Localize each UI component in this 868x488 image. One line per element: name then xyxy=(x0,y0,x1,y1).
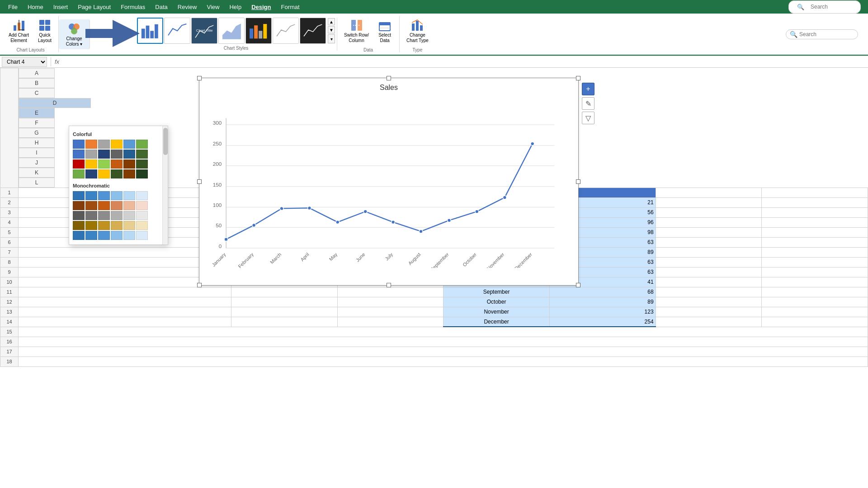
color-swatch[interactable] xyxy=(111,140,123,149)
color-swatch[interactable] xyxy=(98,231,110,240)
color-swatch[interactable] xyxy=(73,140,85,149)
color-swatch[interactable] xyxy=(85,201,97,210)
col-header-H[interactable]: H xyxy=(19,138,55,148)
color-swatch[interactable] xyxy=(136,231,148,240)
chart-style-4[interactable] xyxy=(218,18,245,44)
color-swatch[interactable] xyxy=(73,160,85,169)
menu-data[interactable]: Data xyxy=(151,2,172,12)
color-swatch[interactable] xyxy=(136,140,148,149)
change-colors-button[interactable]: ChangeColors ▾ xyxy=(61,19,87,49)
color-swatch[interactable] xyxy=(123,169,135,178)
color-swatch[interactable] xyxy=(123,221,135,230)
color-swatch[interactable] xyxy=(136,160,148,169)
color-swatch[interactable] xyxy=(111,231,123,240)
col-header-A[interactable]: A xyxy=(19,68,55,78)
color-swatch[interactable] xyxy=(136,150,148,159)
chart-handle-tc[interactable] xyxy=(387,76,391,80)
col-header-K[interactable]: K xyxy=(19,168,55,178)
color-swatch[interactable] xyxy=(98,191,110,200)
col-header-F[interactable]: F xyxy=(19,118,55,128)
color-swatch[interactable] xyxy=(111,169,123,178)
color-swatch[interactable] xyxy=(73,231,85,240)
chart-brush-button[interactable]: ✎ xyxy=(582,97,594,110)
col-header-D[interactable]: D xyxy=(19,98,91,108)
chart-handle-tl[interactable] xyxy=(197,76,202,80)
color-swatch[interactable] xyxy=(85,221,97,230)
chart-style-scroll-more[interactable]: ▾ xyxy=(328,34,335,43)
chart-style-3[interactable]: Chart Title xyxy=(191,18,217,44)
color-swatch[interactable] xyxy=(85,140,97,149)
menu-home[interactable]: Home xyxy=(23,2,48,12)
color-swatch[interactable] xyxy=(73,169,85,178)
chart-style-scroll-up[interactable]: ▲ xyxy=(328,18,335,25)
color-swatch[interactable] xyxy=(85,211,97,220)
menu-file[interactable]: File xyxy=(4,2,22,12)
color-swatch[interactable] xyxy=(136,191,148,200)
menu-page-layout[interactable]: Page Layout xyxy=(73,2,115,12)
color-swatch[interactable] xyxy=(98,211,110,220)
col-header-B[interactable]: B xyxy=(19,78,55,88)
chart-handle-bl[interactable] xyxy=(197,283,202,287)
name-box[interactable]: Chart 4 xyxy=(2,57,47,67)
add-chart-element-button[interactable]: Add ChartElement xyxy=(5,16,32,46)
chart-style-6[interactable] xyxy=(273,18,299,44)
color-swatch[interactable] xyxy=(123,150,135,159)
col-header-J[interactable]: J xyxy=(19,158,55,168)
color-swatch[interactable] xyxy=(111,211,123,220)
ribbon-search-input[interactable] xyxy=(799,31,844,38)
color-swatch[interactable] xyxy=(111,150,123,159)
menu-help[interactable]: Help xyxy=(225,2,246,12)
col-header-E[interactable]: E xyxy=(19,108,55,118)
color-swatch[interactable] xyxy=(85,169,97,178)
quick-layout-button[interactable]: QuickLayout xyxy=(34,16,56,46)
menu-insert[interactable]: Insert xyxy=(49,2,73,12)
chart-style-1[interactable] xyxy=(137,18,163,44)
col-header-I[interactable]: I xyxy=(19,148,55,158)
chart-add-element-button[interactable]: + xyxy=(582,83,594,95)
chart-style-7[interactable] xyxy=(300,18,326,44)
color-swatch[interactable] xyxy=(85,231,97,240)
cell-F1[interactable] xyxy=(656,188,762,197)
switch-row-column-button[interactable]: Switch Row/Column xyxy=(341,16,372,46)
menu-formulas[interactable]: Formulas xyxy=(116,2,150,12)
menu-review[interactable]: Review xyxy=(173,2,202,12)
chart-style-2[interactable] xyxy=(164,18,190,44)
color-swatch[interactable] xyxy=(85,160,97,169)
color-swatch[interactable] xyxy=(123,201,135,210)
color-swatch[interactable] xyxy=(98,201,110,210)
col-header-L[interactable]: L xyxy=(19,178,55,188)
chart-handle-br[interactable] xyxy=(576,283,580,287)
menu-view[interactable]: View xyxy=(202,2,224,12)
color-swatch[interactable] xyxy=(98,221,110,230)
color-swatch[interactable] xyxy=(136,211,148,220)
chart-handle-tr[interactable] xyxy=(576,76,580,80)
color-swatch[interactable] xyxy=(136,221,148,230)
color-swatch[interactable] xyxy=(73,191,85,200)
col-header-C[interactable]: C xyxy=(19,88,55,98)
select-data-button[interactable]: SelectData xyxy=(374,16,396,46)
color-swatch[interactable] xyxy=(111,221,123,230)
chart-style-scroll-down[interactable]: ▼ xyxy=(328,26,335,33)
chart-handle-mr[interactable] xyxy=(576,179,580,184)
color-swatch[interactable] xyxy=(73,201,85,210)
color-swatch[interactable] xyxy=(123,191,135,200)
search-input[interactable] xyxy=(811,4,856,10)
color-swatch[interactable] xyxy=(98,140,110,149)
color-swatch[interactable] xyxy=(136,201,148,210)
color-swatch[interactable] xyxy=(123,211,135,220)
color-swatch[interactable] xyxy=(85,150,97,159)
color-swatch[interactable] xyxy=(123,160,135,169)
col-header-G[interactable]: G xyxy=(19,128,55,138)
chart-filter-button[interactable]: ▽ xyxy=(582,112,594,124)
color-swatch[interactable] xyxy=(111,191,123,200)
chart-style-5[interactable] xyxy=(245,18,272,44)
color-swatch[interactable] xyxy=(98,169,110,178)
chart-handle-ml[interactable] xyxy=(197,179,202,184)
color-swatch[interactable] xyxy=(123,231,135,240)
chart-handle-bc[interactable] xyxy=(387,283,391,287)
color-swatch[interactable] xyxy=(98,160,110,169)
color-swatch[interactable] xyxy=(73,221,85,230)
menu-design[interactable]: Design xyxy=(247,2,275,12)
color-swatch[interactable] xyxy=(98,150,110,159)
change-chart-type-button[interactable]: ChangeChart Type xyxy=(403,16,432,46)
